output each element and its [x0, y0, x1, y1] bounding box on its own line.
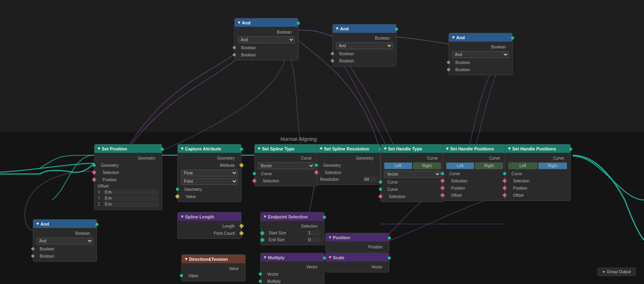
socket-geo-in-ca [176, 188, 179, 191]
collapse-icon-shp2[interactable]: ▾ [508, 146, 511, 151]
collapse-icon-mid[interactable]: ▾ [336, 26, 338, 31]
socket-mul-in-mul [259, 280, 262, 283]
node-set-handle-type-body: Curve Left Right Vector Free Auto Curve … [381, 153, 444, 202]
node-set-spline-type-body: Curve Bezier NURBS Poly Curve Selection [255, 153, 318, 186]
collapse-icon-dt[interactable]: ▾ [185, 256, 187, 262]
socket-length-out [239, 224, 244, 228]
collapse-icon-ca[interactable]: ▾ [181, 146, 183, 151]
resolution-input[interactable] [363, 177, 377, 182]
node-editor-canvas: Normal Aligning ▾ And Boolean And Or Not… [0, 0, 644, 284]
collapse-icon-sht[interactable]: ▾ [384, 146, 386, 151]
boolean-input-right-2: Boolean [449, 66, 512, 73]
btn-left-sht[interactable]: Left [384, 162, 412, 169]
handle-pos-btns-2: Left Right [508, 162, 567, 169]
val-input-ca: Value [178, 193, 241, 200]
collapse-icon-ab[interactable]: ▾ [36, 221, 39, 226]
and-dropdown-right[interactable]: And [452, 51, 509, 58]
collapse-icon-scale[interactable]: ▾ [329, 255, 331, 260]
and-dropdown-mid[interactable]: And [336, 42, 393, 49]
collapse-icon-mul[interactable]: ▾ [264, 255, 266, 260]
node-set-handle-type-header: ▾ Set Handle Type [381, 144, 444, 153]
socket-bool-in-ab-1 [31, 247, 34, 250]
attr-output-ca: Attribute [178, 162, 241, 169]
collapse-icon-shp1[interactable]: ▾ [446, 146, 449, 151]
scale-output: Vector [326, 263, 389, 270]
node-direction-tension: ▾ Direction&Tension Value Value [181, 254, 246, 281]
btn-right-shp1[interactable]: Right [475, 162, 503, 169]
node-spline-length-body: Length Point Count [178, 221, 241, 238]
type-dropdown-ca[interactable]: Float Vector [181, 170, 238, 176]
pos-input-shp2: Position [505, 184, 570, 192]
resolution-row: Resolution [317, 176, 380, 183]
socket-geo-in-sp [93, 164, 96, 167]
boolean-input-ab-1: Boolean [33, 245, 97, 252]
type-dropdown-sst[interactable]: Bezier NURBS Poly [258, 162, 315, 169]
collapse-icon-pos[interactable]: ▾ [329, 235, 331, 240]
node-and-top-left-body: Boolean And Or Not Boolean Boolean [235, 27, 298, 60]
socket-bool-in-1 [233, 46, 236, 49]
sel-output-es: Selection [261, 222, 324, 230]
node-and-top-mid: ▾ And Boolean And Boolean Boolean [332, 24, 396, 66]
node-and-bottom-body: Boolean And Boolean Boolean [33, 228, 97, 261]
boolean-input-mid-2: Boolean [333, 57, 396, 64]
collapse-icon-es[interactable]: ▾ [264, 214, 266, 219]
btn-right-shp2[interactable]: Right [538, 162, 568, 169]
node-dir-tension-header: ▾ Direction&Tension [182, 255, 245, 263]
section-title: Normal Aligning [280, 136, 317, 142]
sel-input-shp2: Selection [505, 177, 570, 184]
node-scale-header: ▾ Scale [326, 253, 389, 262]
node-set-handle-pos-1-body: Curve Left Right Curve Selection Positio… [443, 153, 506, 200]
boolean-input-right-1: Boolean [449, 59, 512, 66]
node-and-top-left: ▾ And Boolean And Or Not Boolean Boolean [234, 18, 298, 60]
offset-x-input[interactable] [103, 190, 159, 195]
start-size-row: Start Size [261, 230, 324, 236]
and-dropdown-ab[interactable]: And [36, 238, 93, 244]
offset-y: Y [98, 195, 159, 201]
offset-z-input[interactable] [103, 202, 159, 207]
socket-val-in-ca [175, 194, 179, 198]
domain-dropdown-ca[interactable]: Point Edge [181, 178, 238, 185]
collapse-icon-go[interactable]: ▾ [603, 270, 605, 274]
node-set-handle-pos-2-body: Curve Left Right Curve Selection Positio… [505, 153, 570, 200]
socket-val-in-dt [180, 274, 183, 277]
node-multiply: ▾ Multiply Vector Vector Multiply [260, 253, 324, 284]
socket-boolean-out [297, 22, 300, 25]
node-endpoint-sel-body: Selection Start Size End Size [261, 221, 324, 245]
start-size-input[interactable] [307, 230, 321, 236]
socket-geo-in-ssr [315, 164, 318, 167]
sel-input-sht: Selection [381, 193, 444, 200]
and-dropdown[interactable]: And Or Not [238, 36, 295, 43]
socket-bool-out-mid [395, 28, 398, 31]
offset-input-shp1: Offset [443, 192, 506, 199]
collapse-icon-sp[interactable]: ▾ [98, 146, 100, 151]
btn-right-sht[interactable]: Right [413, 162, 441, 169]
node-multiply-header: ▾ Multiply [261, 253, 324, 262]
btn-left-shp1[interactable]: Left [446, 162, 474, 169]
btn-left-shp2[interactable]: Left [508, 162, 537, 169]
end-size-input[interactable] [307, 237, 321, 242]
node-and-top-right-header: ▾ And [449, 33, 512, 42]
collapse-icon-right[interactable]: ▾ [452, 35, 455, 40]
socket-curve-in-sht-1 [379, 180, 382, 184]
socket-scale-out [388, 256, 391, 260]
collapse-icon-sst[interactable]: ▾ [258, 146, 260, 151]
socket-bool-out-ab [95, 223, 99, 226]
offset-z: Z [98, 201, 159, 207]
collapse-icon-sl[interactable]: ▾ [181, 214, 183, 219]
geo-input-ssr: Geometry [317, 162, 380, 169]
node-set-handle-type: ▾ Set Handle Type Curve Left Right Vecto… [380, 144, 445, 202]
collapse-icon-ssr[interactable]: ▾ [320, 146, 322, 151]
socket-end-in-es [260, 238, 264, 242]
offset-y-input[interactable] [103, 196, 159, 201]
group-output-header: ▾ Group Output [603, 270, 631, 274]
collapse-icon[interactable]: ▾ [238, 20, 240, 25]
vector-dropdown-sht[interactable]: Vector Free Auto [384, 171, 441, 178]
geo-output-ssr: Geometry [317, 154, 380, 162]
node-and-top-mid-header: ▾ And [333, 24, 396, 33]
node-endpoint-selection: ▾ Endpoint Selection Selection Start Siz… [260, 212, 324, 245]
node-set-handle-pos-2-header: ▾ Set Handle Positions [505, 144, 570, 153]
node-and-top-left-header: ▾ And [235, 18, 298, 27]
boolean-output-row: Boolean [235, 28, 298, 36]
curve-input-sht-1: Curve [381, 178, 444, 186]
socket-start-in-es [260, 231, 264, 235]
